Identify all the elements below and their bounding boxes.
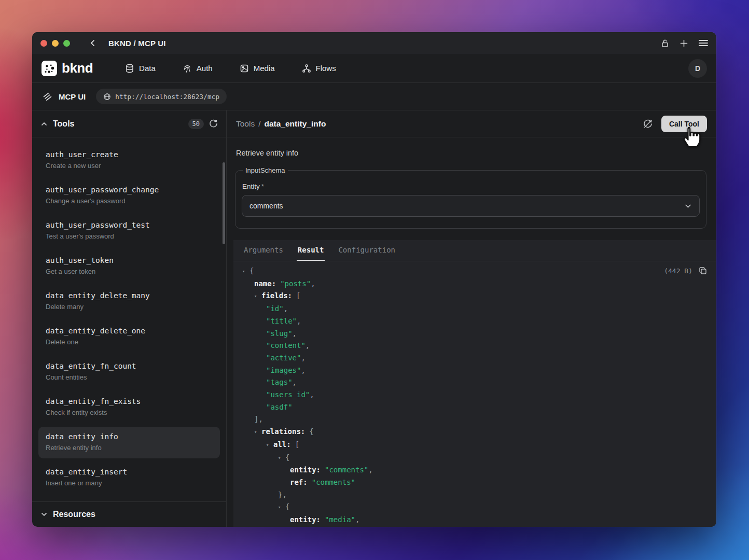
close-window-button[interactable] [40,40,47,47]
json-punct: , [310,390,314,399]
sidebar-item-auth_user_create[interactable]: auth_user_createCreate a new user [38,145,220,176]
collapse-arrow-icon[interactable]: ▾ [278,452,285,465]
tool-description: Insert one or many [46,479,213,487]
json-line: name:"posts", [233,278,716,290]
sidebar-scrollbar[interactable] [223,162,225,244]
menu-icon[interactable] [699,39,708,47]
window-title: BKND / MCP UI [108,39,166,48]
nav-item-label: Media [254,64,275,73]
avatar[interactable]: D [688,59,707,78]
app-window: BKND / MCP UI bknd [32,32,716,527]
json-str: "active" [266,354,301,362]
breadcrumb-tool-name: data_entity_info [265,119,326,129]
json-key: name: [254,279,276,288]
json-line: entity:"media", [233,514,716,526]
chevron-down-icon [40,511,48,518]
json-punct: , [368,466,372,474]
tool-description: Test a user's password [46,232,213,240]
tool-name: data_entity_insert [46,468,213,476]
endpoint-url-pill[interactable]: http://localhost:28623/mcp [96,89,227,104]
collapse-arrow-icon[interactable]: ▾ [266,439,273,452]
resources-section-header[interactable]: Resources [32,501,226,527]
tab-configuration[interactable]: Configuration [337,240,396,261]
navbar: bknd Data Auth Media [32,54,716,83]
input-schema-legend: InputSchema [243,166,288,174]
sidebar-item-data_entity_delete_many[interactable]: data_entity_delete_manyDelete many [38,286,220,317]
back-icon[interactable] [89,39,97,47]
sidebar-item-data_entity_info[interactable]: data_entity_infoRetrieve entity info [38,427,220,458]
entity-select[interactable]: comments [242,195,700,217]
fingerprint-icon [183,64,192,73]
copy-icon[interactable] [699,267,707,275]
sidebar-item-auth_user_token[interactable]: auth_user_tokenGet a user token [38,250,220,282]
nav-item-label: Auth [197,64,213,73]
json-punct: , [301,354,305,362]
nav-item-auth[interactable]: Auth [183,64,213,73]
collapse-arrow-icon[interactable]: ▾ [278,501,285,514]
json-line: "content", [233,340,716,352]
resources-section-title: Resources [53,510,95,519]
avatar-initial: D [695,64,700,73]
sidebar-item-auth_user_password_test[interactable]: auth_user_password_testTest a user's pas… [38,215,220,247]
new-tab-icon[interactable] [679,39,688,48]
json-str: "images" [266,366,301,374]
tool-name: data_entity_fn_count [46,362,213,370]
json-line: ▾{ [233,265,716,278]
json-punct: , [301,366,305,374]
tab-arguments[interactable]: Arguments [243,240,284,261]
brand[interactable]: bknd [41,60,93,76]
json-line: }, [233,489,716,501]
json-punct: , [355,515,359,524]
database-icon [125,64,134,73]
json-line: "slug", [233,328,716,340]
sidebar-item-auth_user_password_change[interactable]: auth_user_password_changeChange a user's… [38,180,220,212]
auto-refresh-off-icon[interactable] [643,119,653,129]
json-viewer: (442 B) ▾{name:"posts",▾fields:["id","ti… [233,261,716,527]
collapse-arrow-icon[interactable]: ▾ [254,426,261,439]
json-punct: , [297,317,301,325]
json-lines: ▾{name:"posts",▾fields:["id","title","sl… [233,265,716,527]
traffic-lights [40,40,70,47]
maximize-window-button[interactable] [63,40,70,47]
json-punct: { [249,267,254,275]
refresh-tools-icon[interactable] [209,119,218,128]
breadcrumb: Tools / data_entity_info [236,119,326,129]
image-icon [240,64,249,73]
layers-icon [43,92,52,102]
json-line: "active", [233,352,716,365]
tools-section-header[interactable]: Tools 50 [32,110,226,137]
json-line: ▾relations:{ [233,426,716,439]
lock-icon[interactable] [661,39,669,48]
nav-item-flows[interactable]: Flows [302,64,336,73]
json-punct: , [311,279,315,288]
sidebar-item-data_entity_fn_count[interactable]: data_entity_fn_countCount entities [38,356,220,388]
tool-name: auth_user_password_change [46,186,213,194]
json-punct: ], [254,415,263,423]
breadcrumb-section[interactable]: Tools [236,119,255,129]
json-punct: { [285,453,289,461]
call-tool-button[interactable]: Call Tool [661,116,707,132]
json-line: ▾all:[ [233,439,716,452]
json-line: entity:"comments", [233,464,716,477]
json-punct: [ [295,440,299,449]
json-str: "tags" [266,378,293,386]
sidebar-item-data_entity_insert[interactable]: data_entity_insertInsert one or many [38,462,220,494]
result-tabs: Arguments Result Configuration [233,240,716,261]
json-str: "media" [325,515,355,524]
collapse-arrow-icon[interactable]: ▾ [242,265,249,278]
tools-count-badge: 50 [188,119,204,129]
brand-name: bknd [62,60,93,76]
sidebar-item-data_entity_delete_one[interactable]: data_entity_delete_oneDelete one [38,321,220,353]
sidebar: Tools 50 auth_user_createCreate a new us… [32,110,227,527]
tool-name: data_entity_delete_many [46,291,213,300]
sidebar-item-data_entity_fn_exists[interactable]: data_entity_fn_existsCheck if entity exi… [38,391,220,423]
json-punct: , [284,304,288,313]
minimize-window-button[interactable] [52,40,59,47]
tool-name: data_entity_fn_exists [46,397,213,405]
flow-icon [302,64,311,73]
collapse-arrow-icon[interactable]: ▾ [254,290,261,303]
nav-item-data[interactable]: Data [125,64,156,73]
tab-result[interactable]: Result [297,240,325,261]
nav-item-media[interactable]: Media [240,64,275,73]
tool-description: Create a new user [46,162,213,170]
